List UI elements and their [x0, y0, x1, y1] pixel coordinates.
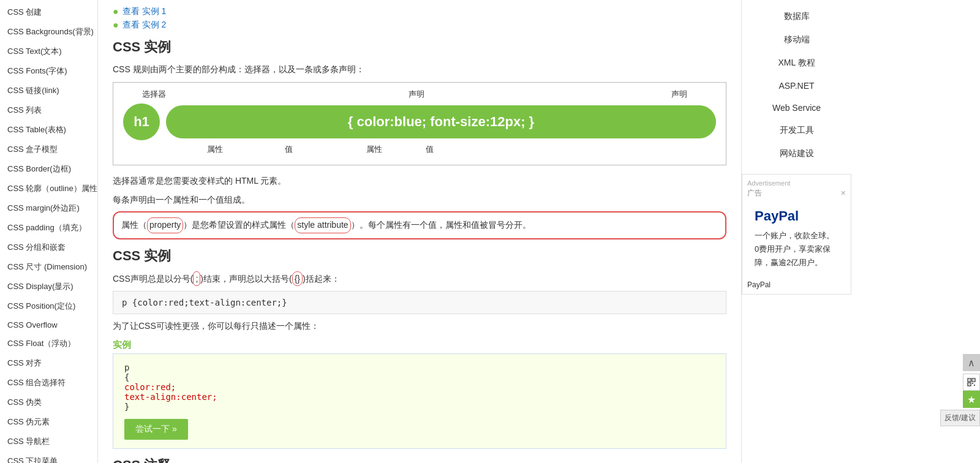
right-sidebar-item-website[interactable]: 网站建设: [742, 142, 851, 165]
declaration-bubble: { color:blue; font-size:12px; }: [166, 105, 716, 138]
sidebar-item-css-combinators[interactable]: CSS 组合选择符: [0, 373, 97, 393]
example-code-prop2: text-align:center;: [124, 392, 715, 402]
feedback-button[interactable]: 反馈/建议: [940, 410, 980, 426]
ad-close-icon[interactable]: ✕: [840, 189, 846, 197]
sidebar-item-css-boxmodel[interactable]: CSS 盒子模型: [0, 140, 97, 159]
sidebar-item-css-position[interactable]: CSS Position(定位): [0, 296, 97, 316]
qr-code-button[interactable]: [963, 374, 980, 391]
sidebar-item-css-grouping[interactable]: CSS 分组和嵌套: [0, 238, 97, 257]
label-prop1: 属性: [190, 144, 239, 155]
svg-rect-4: [973, 380, 974, 380]
example-code-prop1: color:red;: [124, 382, 715, 392]
label-decl1: 声明: [190, 89, 643, 100]
diagram-bubbles: h1 { color:blue; font-size:12px; }: [123, 104, 716, 140]
example-code-line2: {: [124, 372, 715, 382]
sidebar-item-css-pseudo-element[interactable]: CSS 伪元素: [0, 412, 97, 432]
svg-rect-6: [972, 383, 973, 384]
favorite-button[interactable]: ★: [963, 391, 980, 408]
sidebar-item-css-pseudo-class[interactable]: CSS 伪类: [0, 393, 97, 412]
highlight-note: 属性（property）是您希望设置的样式属性（style attribute）…: [113, 211, 726, 239]
sidebar-item-css-float[interactable]: CSS Float（浮动）: [0, 334, 97, 353]
label-val2: 值: [417, 144, 442, 155]
diagram-top-labels: 选择器 声明 声明: [123, 89, 716, 100]
svg-rect-5: [969, 384, 970, 385]
sidebar-item-css-backgrounds[interactable]: CSS Backgrounds(背景): [0, 22, 97, 42]
section2-title: CSS 实例: [113, 247, 726, 265]
desc2: 每条声明由一个属性和一个值组成。: [113, 193, 726, 206]
advertisement-label: Advertisement: [747, 179, 846, 187]
example-link-1[interactable]: 查看 实例 1: [123, 6, 167, 17]
ad-footer: PayPal: [747, 280, 846, 289]
right-sidebar-item-database[interactable]: 数据库: [742, 5, 851, 28]
right-sidebar-item-xml[interactable]: XML 教程: [742, 51, 851, 75]
ad-label: 广告: [747, 188, 762, 198]
sidebar-item-css-text[interactable]: CSS Text(文本): [0, 42, 97, 61]
sidebar-item-css-table[interactable]: CSS Table(表格): [0, 120, 97, 140]
sidebar-item-css-list[interactable]: CSS 列表: [0, 100, 97, 120]
selector-bubble: h1: [123, 104, 160, 140]
label-val1: 值: [276, 144, 301, 155]
label-prop2: 属性: [350, 144, 399, 155]
desc1: 选择器通常是您需要改变样式的 HTML 元素。: [113, 174, 726, 187]
sidebar-item-css-dropdown[interactable]: CSS 下拉菜单: [0, 451, 97, 463]
bracket-annotation: {}: [292, 271, 303, 286]
property-annotation: property: [147, 217, 183, 233]
paypal-title: PayPal: [755, 208, 839, 224]
right-sidebar-item-aspnet[interactable]: ASP.NET: [742, 75, 851, 97]
paypal-desc: 一个账户，收款全球。0费用开户，享卖家保障，赢逾2亿用户。: [755, 229, 839, 269]
style-attribute-annotation: style attribute: [295, 217, 350, 233]
label-selector: 选择器: [123, 89, 184, 100]
sidebar-item-css-border[interactable]: CSS Border(边框): [0, 159, 97, 179]
sidebar-item-css-margin[interactable]: CSS margin(外边距): [0, 198, 97, 218]
sidebar-item-css-dimension[interactable]: CSS 尺寸 (Dimension): [0, 257, 97, 277]
right-sidebar-item-mobile[interactable]: 移动端: [742, 28, 851, 51]
example-link-2[interactable]: 查看 实例 2: [123, 20, 167, 31]
sidebar-item-css-display[interactable]: CSS Display(显示): [0, 277, 97, 296]
highlight-text: 属性（property）是您希望设置的样式属性（style attribute）…: [121, 220, 531, 230]
left-sidebar: CSS 创建 CSS Backgrounds(背景) CSS Text(文本) …: [0, 0, 98, 463]
svg-rect-3: [969, 380, 970, 380]
try-button[interactable]: 尝试一下 »: [124, 419, 188, 440]
diagram-bottom-labels: 属性 值 属性 值: [123, 144, 716, 155]
sidebar-item-css-fonts[interactable]: CSS Fonts(字体): [0, 61, 97, 81]
paypal-ad: PayPal 一个账户，收款全球。0费用开户，享卖家保障，赢逾2亿用户。: [747, 201, 846, 277]
css-syntax-diagram: 选择器 声明 声明 h1 { color:blue; font-size:12p…: [113, 82, 726, 165]
sidebar-item-css-overflow[interactable]: CSS Overflow: [0, 316, 97, 334]
sidebar-item-css-outline[interactable]: CSS 轮廓（outline）属性: [0, 179, 97, 198]
main-content: ● 查看 实例 1 ● 查看 实例 2 CSS 实例 CSS 规则由两个主要的部…: [98, 0, 741, 463]
sidebar-item-css-navbar[interactable]: CSS 导航栏: [0, 432, 97, 451]
svg-rect-7: [974, 385, 975, 386]
sidebar-item-css-align[interactable]: CSS 对齐: [0, 353, 97, 373]
example-code-box: p { color:red; text-align:center; } 尝试一下…: [113, 353, 726, 449]
example-label: 实例: [113, 339, 726, 351]
section2-desc: CSS声明总是以分号(;)结束，声明总以大括号({})括起来：: [113, 271, 726, 286]
section1-desc: CSS 规则由两个主要的部分构成：选择器，以及一条或多条声明：: [113, 62, 726, 76]
example-code-line3: }: [124, 402, 715, 412]
scroll-top-button[interactable]: ∧: [963, 354, 980, 371]
advertisement-area: Advertisement 广告 ✕ PayPal 一个账户，收款全球。0费用开…: [742, 174, 851, 295]
right-sidebar-item-devtools[interactable]: 开发工具: [742, 119, 851, 142]
sidebar-item-css-padding[interactable]: CSS padding（填充）: [0, 218, 97, 238]
desc3: 为了让CSS可读性更强，你可以每行只描述一个属性：: [113, 319, 726, 333]
sidebar-item-css-link[interactable]: CSS 链接(link): [0, 81, 97, 100]
right-sidebar: 数据库 移动端 XML 教程 ASP.NET Web Service 开发工具 …: [741, 0, 851, 463]
semicolon-annotation: ;: [193, 271, 200, 286]
label-decl2: 声明: [643, 89, 716, 100]
sidebar-item-css-create[interactable]: CSS 创建: [0, 2, 97, 22]
section3-title: CSS 注释: [113, 456, 726, 463]
code-sample: p {color:red;text-align:center;}: [113, 291, 726, 314]
example-code-line1: p: [124, 363, 715, 372]
section1-title: CSS 实例: [113, 38, 726, 56]
right-sidebar-item-webservice[interactable]: Web Service: [742, 97, 851, 119]
